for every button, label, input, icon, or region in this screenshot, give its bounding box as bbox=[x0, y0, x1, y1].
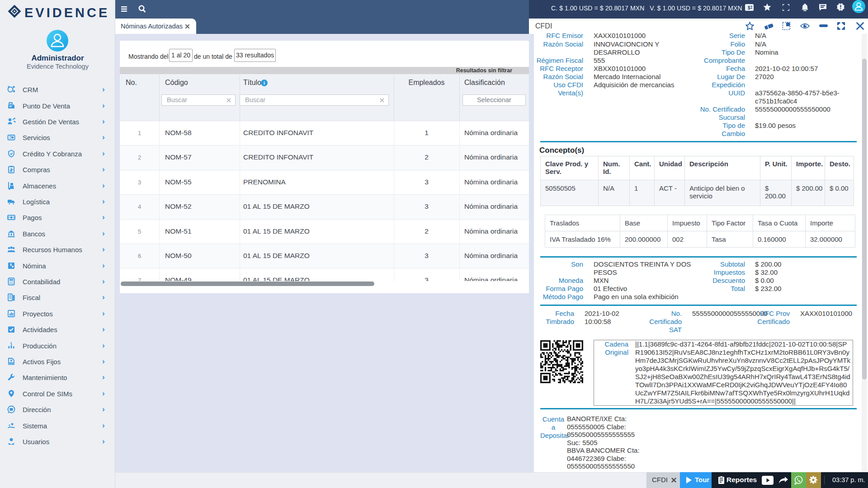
svg-text:i: i bbox=[264, 80, 265, 85]
svg-text:$: $ bbox=[748, 5, 750, 10]
svg-text:$: $ bbox=[10, 263, 12, 267]
svg-text:EVIDENCE: EVIDENCE bbox=[24, 5, 108, 20]
